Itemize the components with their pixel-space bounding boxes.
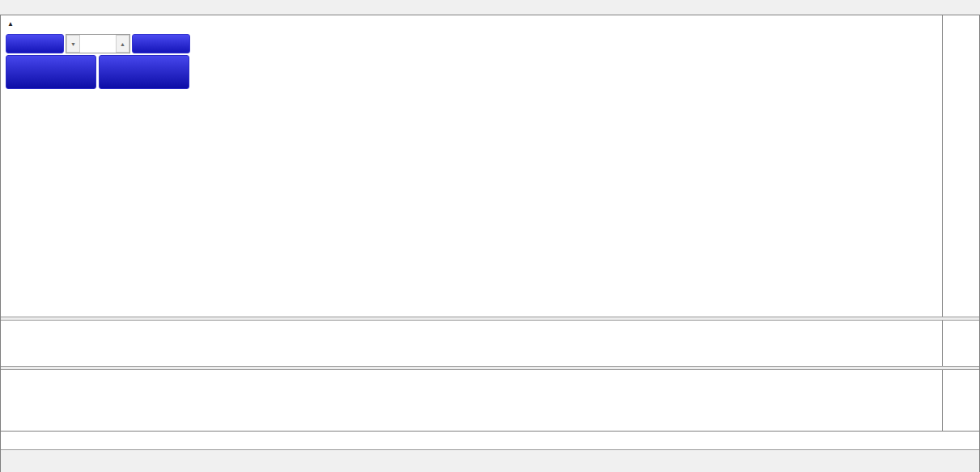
macd-chart	[1, 321, 942, 366]
buy-button[interactable]	[132, 34, 190, 53]
buy-price-display[interactable]	[99, 55, 189, 89]
volume-increase-button[interactable]: ▲	[116, 35, 129, 53]
macd-pane[interactable]	[1, 321, 942, 366]
ohlc-info-line: ▲	[7, 18, 29, 29]
volume-decrease-button[interactable]: ▼	[66, 35, 80, 53]
arrow-down-icon: ▼	[70, 41, 76, 47]
price-axis	[942, 15, 979, 317]
volume-spinner: ▼ ▲	[66, 34, 130, 53]
chart-tab-bar	[1, 449, 979, 472]
timeframe-toolbar	[0, 0, 980, 15]
rsi-pane[interactable]	[1, 370, 942, 431]
chart-window: ▲ ▼ ▲	[0, 15, 980, 472]
macd-axis	[942, 321, 979, 366]
rsi-axis	[942, 370, 979, 431]
sell-price-display[interactable]	[6, 55, 96, 89]
one-click-trading-panel: ▼ ▲	[6, 34, 190, 89]
arrow-up-icon: ▲	[120, 41, 125, 47]
date-axis	[1, 431, 979, 449]
info-arrow-icon: ▲	[7, 20, 14, 28]
volume-value[interactable]	[80, 35, 116, 53]
rsi-chart	[1, 370, 942, 431]
price-pane[interactable]: ▲ ▼ ▲	[1, 15, 942, 317]
sell-button[interactable]	[6, 34, 64, 53]
